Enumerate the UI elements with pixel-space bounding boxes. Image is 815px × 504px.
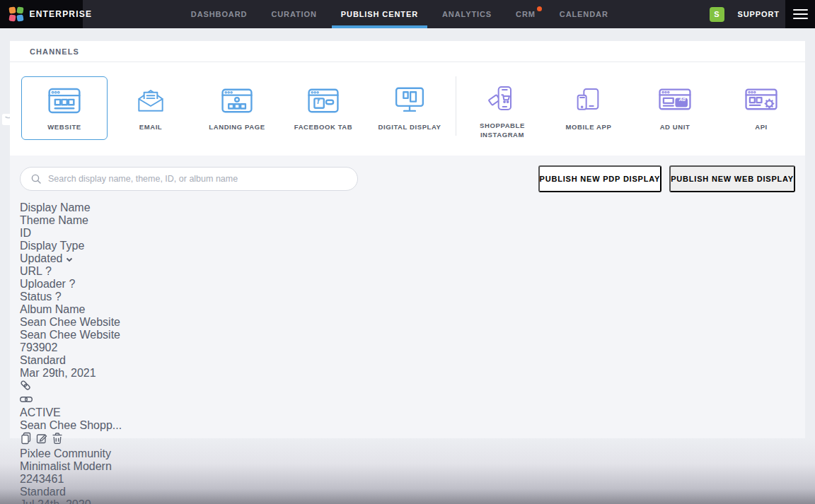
displays-section: PUBLISH NEW PDP DISPLAY PUBLISH NEW WEB … [10,156,805,438]
cell-uploader [20,394,795,406]
website-icon [48,86,81,115]
brand-name: ENTERPRISE [30,9,93,19]
facebook-f-glyph: f [317,97,320,105]
landing-page-icon [221,86,253,115]
channel-landing-page-label: LANDING PAGE [209,123,265,132]
displays-table: Display Name Theme Name ID Display Type … [20,201,795,504]
search-icon [30,173,42,184]
nav-item-calendar[interactable]: CALENDAR [560,0,608,28]
nav-item-crm-label: CRM [516,10,536,18]
cell-display-type: Standard [20,486,795,498]
sort-desc-icon[interactable] [66,252,73,264]
url-link-icon[interactable] [20,381,31,393]
channel-shoppable-instagram[interactable]: SHOPPABLE INSTAGRAM [459,76,545,140]
publish-center-panel: CHANNELS WEBSITE [10,41,805,438]
channel-email-label: EMAIL [139,123,163,132]
hamburger-menu-button[interactable] [785,0,815,28]
cell-display-name: Sean Chee Website [20,316,795,329]
cell-url [20,380,795,394]
uploader-help-icon[interactable]: ? [69,278,75,290]
search-box[interactable] [20,167,358,191]
user-avatar[interactable]: S [710,7,724,22]
uploader-link-icon[interactable] [20,394,33,406]
channel-api-label: API [755,123,768,132]
digital-display-icon [394,86,425,115]
channel-digital-display-label: DIGITAL DISPLAY [378,123,441,132]
col-updated[interactable]: Updated [20,252,795,265]
copy-icon[interactable] [20,435,33,447]
channel-ad-unit-label: AD UNIT [660,123,690,132]
toolbar: PUBLISH NEW PDP DISPLAY PUBLISH NEW WEB … [20,156,795,201]
delete-icon[interactable] [52,435,63,447]
support-link[interactable]: SUPPORT [738,10,780,18]
url-help-icon[interactable]: ? [45,265,52,277]
cell-id: 2243461 [20,473,795,486]
cell-id: 793902 [20,341,795,354]
api-icon [745,86,778,115]
col-url: URL ? [20,265,795,278]
nav-item-publish-center[interactable]: PUBLISH CENTER [341,0,418,28]
channel-facebook-tab[interactable]: f FACEBOOK TAB [280,76,366,140]
nav-item-curation[interactable]: CURATION [271,0,316,28]
shoppable-instagram-icon [488,86,516,114]
channel-mobile-app-label: MOBILE APP [566,123,612,132]
publish-web-button[interactable]: PUBLISH NEW WEB DISPLAY [669,165,795,192]
col-status: Status ? [20,291,795,303]
channel-digital-display[interactable]: DIGITAL DISPLAY [366,76,453,140]
hamburger-icon [793,6,808,21]
nav-item-analytics[interactable]: ANALYTICS [442,0,492,28]
col-display-type: Display Type [20,240,795,252]
search-input[interactable] [48,174,347,184]
table-row[interactable]: Pixlee Community Minimalist Modern 22434… [20,447,795,504]
ad-unit-icon: Ad [659,86,691,115]
channels-header: CHANNELS [10,41,805,62]
cell-updated: Jul 24th, 2020 [20,498,795,504]
col-album-name: Album Name [20,303,795,316]
cell-display-name: Pixlee Community [20,447,795,460]
channel-landing-page[interactable]: LANDING PAGE [194,76,280,140]
channel-website[interactable]: WEBSITE [21,76,108,140]
col-theme-name: Theme Name [20,214,795,227]
enterprise-logo-icon [9,7,23,21]
channel-api[interactable]: API [718,76,804,140]
nav-item-dashboard[interactable]: DASHBOARD [191,0,248,28]
table-header: Display Name Theme Name ID Display Type … [20,201,795,316]
cell-updated: Mar 29th, 2021 [20,367,795,380]
crm-notification-dot [537,6,542,11]
brand-logo-block[interactable]: ENTERPRISE [0,0,83,28]
cell-status: ACTIVE [20,406,795,419]
ad-glyph: Ad [679,97,686,102]
channels-divider [456,76,456,136]
email-icon [137,86,165,115]
mobile-app-icon [574,86,603,115]
status-badge: ACTIVE [20,406,61,418]
cell-display-type: Standard [20,354,795,367]
col-uploader: Uploader ? [20,278,795,291]
channel-website-label: WEBSITE [47,123,81,132]
channel-ad-unit[interactable]: Ad AD UNIT [632,76,718,140]
channel-shoppable-instagram-label: SHOPPABLE INSTAGRAM [466,122,539,140]
col-status-label: Status [20,291,52,303]
channels-section: CHANNELS WEBSITE [10,41,805,156]
nav-item-crm[interactable]: CRM [516,0,536,28]
row-actions [20,432,795,447]
cell-album-name[interactable]: Sean Chee Shopp... [20,419,795,432]
col-display-name: Display Name [20,201,795,214]
primary-nav: DASHBOARD CURATION PUBLISH CENTER ANALYT… [90,0,710,28]
facebook-tab-icon: f [308,86,339,115]
channel-facebook-tab-label: FACEBOOK TAB [294,123,353,132]
edit-icon[interactable] [35,435,48,447]
col-uploader-label: Uploader [20,278,66,290]
publish-pdp-button[interactable]: PUBLISH NEW PDP DISPLAY [538,165,662,192]
table-row[interactable]: Sean Chee Website Sean Chee Website 7939… [20,316,795,447]
channels-title: CHANNELS [30,47,79,56]
col-url-label: URL [20,265,42,277]
cell-theme-name: Minimalist Modern [20,460,795,473]
channel-mobile-app[interactable]: MOBILE APP [545,76,632,140]
channel-email[interactable]: EMAIL [108,76,194,140]
toolbar-buttons: PUBLISH NEW PDP DISPLAY PUBLISH NEW WEB … [538,165,795,192]
top-navbar: ENTERPRISE DASHBOARD CURATION PUBLISH CE… [0,0,815,28]
channels-row: WEBSITE EMAIL [10,62,805,140]
status-help-icon[interactable]: ? [55,291,62,303]
nav-right-group: S SUPPORT [710,0,780,28]
